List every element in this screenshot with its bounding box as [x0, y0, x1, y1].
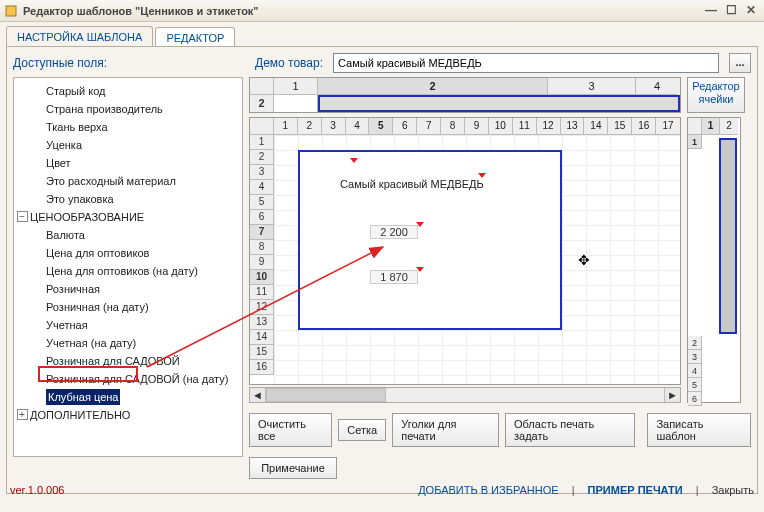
marker-icon: [350, 158, 358, 163]
fields-tree[interactable]: Старый код Страна производитель Ткань ве…: [13, 77, 243, 457]
marker-icon: [416, 222, 424, 227]
field-item[interactable]: Учетная (на дату): [16, 334, 240, 352]
version-label: ver.1.0.006: [10, 484, 64, 496]
tab-editor[interactable]: РЕДАКТОР: [155, 27, 235, 48]
scroll-thumb[interactable]: [266, 388, 386, 402]
demo-product-browse-button[interactable]: ...: [729, 53, 751, 73]
window-buttons: — ☐ ✕: [702, 3, 760, 18]
field-item[interactable]: Старый код: [16, 82, 240, 100]
label-price-1[interactable]: 2 200: [370, 225, 418, 239]
svg-rect-0: [6, 6, 16, 16]
maximize-button[interactable]: ☐: [722, 3, 740, 18]
field-item-selected[interactable]: Клубная цена: [16, 388, 240, 406]
field-item[interactable]: Розничная для САДОВОЙ (на дату): [16, 370, 240, 388]
preview-selection[interactable]: [719, 138, 737, 334]
horizontal-scrollbar[interactable]: ◄ ►: [249, 387, 681, 403]
app-icon: [4, 4, 18, 18]
available-fields-label: Доступные поля:: [13, 56, 245, 70]
editor-area: 1 2 3 4 2 Редактор ячейки: [249, 77, 751, 457]
group-pricing[interactable]: ЦЕНООБРАЗОВАНИЕ: [16, 208, 240, 226]
header-grid[interactable]: 1 2 3 4 2: [249, 77, 681, 113]
cursor-icon: ✥: [578, 252, 590, 268]
demo-product-label: Демо товар:: [255, 56, 323, 70]
field-item[interactable]: Цвет: [16, 154, 240, 172]
minimize-button[interactable]: —: [702, 3, 720, 18]
cell-editor-button[interactable]: Редактор ячейки: [687, 77, 745, 113]
tab-bar: НАСТРОЙКА ШАБЛОНА РЕДАКТОР: [6, 26, 758, 47]
field-item[interactable]: Учетная: [16, 316, 240, 334]
group-additional[interactable]: ДОПОЛНИТЕЛЬНО: [16, 406, 240, 424]
print-corners-button[interactable]: Уголки для печати: [392, 413, 499, 447]
demo-product-input[interactable]: [333, 53, 719, 73]
marker-icon: [478, 173, 486, 178]
field-item[interactable]: Розничная: [16, 280, 240, 298]
close-window-button[interactable]: ✕: [742, 3, 760, 18]
label-frame[interactable]: [298, 150, 562, 330]
field-item[interactable]: Ткань верха: [16, 118, 240, 136]
footer: ver.1.0.006 ДОБАВИТЬ В ИЗБРАННОЕ | ПРИМЕ…: [10, 484, 754, 496]
tab-settings[interactable]: НАСТРОЙКА ШАБЛОНА: [6, 26, 153, 47]
titlebar: Редактор шаблонов "Ценников и этикеток" …: [0, 0, 764, 22]
field-item[interactable]: Цена для оптовиков (на дату): [16, 262, 240, 280]
label-price-2[interactable]: 1 870: [370, 270, 418, 284]
preview-grid[interactable]: 1 2 1 2 3 4 5 6: [687, 117, 741, 403]
save-template-button[interactable]: Записать шаблон: [647, 413, 751, 447]
grid-button[interactable]: Сетка: [338, 419, 386, 441]
label-product-name: Самый красивый МЕДВЕДЬ: [340, 178, 484, 190]
clear-all-button[interactable]: Очистить все: [249, 413, 332, 447]
note-button[interactable]: Примечание: [249, 457, 337, 479]
field-item[interactable]: Это упаковка: [16, 190, 240, 208]
window-title: Редактор шаблонов "Ценников и этикеток": [23, 5, 702, 17]
field-item[interactable]: Цена для оптовиков: [16, 244, 240, 262]
add-favorite-link[interactable]: ДОБАВИТЬ В ИЗБРАННОЕ: [418, 484, 558, 496]
field-item[interactable]: Валюта: [16, 226, 240, 244]
field-item[interactable]: Розничная для САДОВОЙ: [16, 352, 240, 370]
print-area-button[interactable]: Область печать задать: [505, 413, 635, 447]
field-item[interactable]: Розничная (на дату): [16, 298, 240, 316]
field-item[interactable]: Страна производитель: [16, 100, 240, 118]
editor-panel: Доступные поля: Демо товар: ... Старый к…: [6, 46, 758, 494]
scroll-left-icon[interactable]: ◄: [250, 388, 266, 402]
print-example-link[interactable]: ПРИМЕР ПЕЧАТИ: [588, 484, 683, 496]
field-item[interactable]: Уценка: [16, 136, 240, 154]
marker-icon: [416, 267, 424, 272]
layout-grid[interactable]: 1 2 3 4 5 6 7 8 9 10 11: [249, 117, 681, 385]
field-item[interactable]: Это расходный материал: [16, 172, 240, 190]
scroll-right-icon[interactable]: ►: [664, 388, 680, 402]
close-link[interactable]: Закрыть: [712, 484, 754, 496]
